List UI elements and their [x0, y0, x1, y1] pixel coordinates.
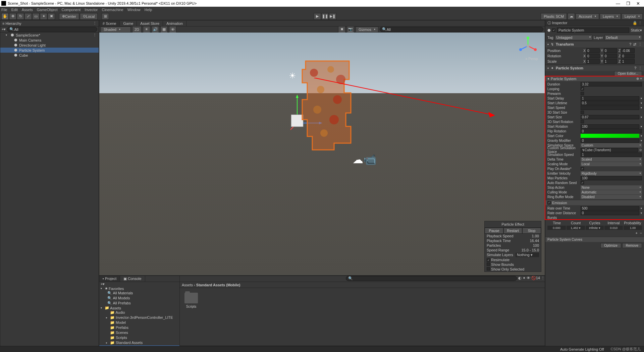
prop-dropdown[interactable]: None: [581, 185, 642, 190]
prop-dropdown[interactable]: Local: [581, 162, 642, 166]
project-tab[interactable]: ▪ Project: [99, 276, 120, 282]
prop-dropdown[interactable]: Disabled: [581, 195, 642, 199]
folder-item[interactable]: 📁 Audio: [99, 310, 179, 315]
project-search[interactable]: 🔍: [346, 276, 517, 281]
remove-button[interactable]: Remove: [622, 243, 642, 248]
folder-item[interactable]: ▸📁 Standard Assets: [99, 340, 179, 345]
cloud-button[interactable]: ☁: [568, 13, 575, 20]
shading-mode[interactable]: Shaded: [101, 26, 131, 33]
color-field[interactable]: [581, 134, 639, 138]
prop-dropdown[interactable]: Custom: [581, 143, 642, 148]
pos-z[interactable]: [621, 48, 635, 53]
scene-menu-icon[interactable]: ⋮: [93, 33, 99, 37]
favorites-header[interactable]: ▾★ Favorites: [99, 286, 179, 291]
burst-cell[interactable]: 0.000: [547, 226, 566, 230]
lighting-status[interactable]: Auto Generate Lighting Off: [560, 347, 604, 351]
prop-dropdown[interactable]: Automatic: [581, 190, 642, 194]
panel-menu-icon[interactable]: ⋮: [541, 276, 545, 282]
close-button[interactable]: ✕: [636, 1, 640, 6]
folder-item[interactable]: 📁 Prefabs: [99, 325, 179, 330]
prop-dropdown[interactable]: Rigidbody: [581, 171, 642, 176]
menu-file[interactable]: File: [1, 8, 7, 12]
asset-grid[interactable]: Scripts: [180, 288, 545, 313]
emission-module-header[interactable]: ✓ Emission: [545, 200, 644, 205]
remove-burst-button[interactable]: −: [640, 231, 642, 235]
filter-icon[interactable]: ◐: [518, 276, 522, 282]
scale-y[interactable]: [604, 59, 617, 64]
rate-over-distance-field[interactable]: 0: [581, 211, 639, 215]
menu-invector[interactable]: Invector: [85, 8, 98, 12]
gizmos-dropdown[interactable]: Gizmos: [356, 26, 378, 33]
scene-tab[interactable]: Game: [120, 21, 137, 26]
prop-checkbox[interactable]: [581, 111, 584, 114]
lock-icon[interactable]: 🔒: [633, 21, 637, 25]
folder-item[interactable]: 📁 Model: [99, 320, 179, 325]
restart-particle-button[interactable]: Restart: [503, 228, 522, 234]
burst-cell[interactable]: 1.00: [624, 226, 642, 230]
scene-tab[interactable]: Animation: [163, 21, 186, 26]
scale-x[interactable]: [586, 59, 600, 64]
simulate-layers-dropdown[interactable]: Nothing ▾: [516, 253, 539, 257]
favorite-item[interactable]: 🔍 All Models: [99, 296, 179, 301]
folder-item[interactable]: ▸📁 Invector-3rdPersonController_LITE: [99, 315, 179, 320]
transform-tool[interactable]: ✦: [40, 13, 47, 20]
prop-checkbox[interactable]: [581, 120, 584, 123]
menu-cinemachine[interactable]: Cinemachine: [102, 8, 123, 12]
step-button[interactable]: ▶❚: [329, 13, 336, 20]
move-tool[interactable]: ✥: [9, 13, 16, 20]
resimulate-checkbox[interactable]: ✓ Resimulate: [487, 258, 509, 262]
hierarchy-item[interactable]: ⬣Cube: [0, 53, 99, 58]
rot-z[interactable]: [621, 54, 635, 58]
panel-menu-icon[interactable]: ⋮: [638, 21, 642, 25]
audio-toggle[interactable]: 🔊: [152, 26, 159, 33]
scene-viewport[interactable]: ☀ ☁📹: [99, 33, 545, 275]
gameobject-name-field[interactable]: Particle System: [557, 27, 629, 33]
folder-item[interactable]: 📁 Scenes: [99, 330, 179, 335]
prop-checkbox[interactable]: ✓: [581, 181, 584, 184]
curves-header[interactable]: Particle System Curves: [545, 237, 644, 242]
help-icon[interactable]: ?: [634, 66, 636, 70]
hierarchy-search[interactable]: 🔍 All: [7, 27, 97, 32]
assets-folder[interactable]: ▾📁 Assets: [99, 306, 179, 310]
prop-checkbox[interactable]: ✓: [581, 87, 584, 91]
prop-field[interactable]: 1: [581, 96, 639, 101]
folder-item-scripts[interactable]: Scripts: [184, 293, 198, 308]
hierarchy-item[interactable]: ⬣Main Camera: [0, 38, 99, 43]
inspector-tab[interactable]: ⓘ Inspector: [547, 20, 567, 25]
add-burst-button[interactable]: +: [635, 231, 637, 235]
prop-field[interactable]: 1: [581, 153, 642, 157]
layer-dropdown[interactable]: Default: [604, 35, 642, 40]
pos-x[interactable]: [586, 48, 600, 53]
hierarchy-tab[interactable]: ≡ Hierarchy: [2, 21, 21, 25]
prop-field[interactable]: 100: [581, 176, 642, 180]
burst-cell[interactable]: 0.010: [604, 226, 623, 230]
pause-button[interactable]: ❚❚: [321, 13, 329, 20]
scale-z[interactable]: [621, 59, 635, 64]
pivot-mode[interactable]: ⊕Center: [59, 13, 79, 20]
rect-tool[interactable]: ▭: [32, 13, 40, 20]
prop-checkbox[interactable]: ✓: [581, 167, 584, 170]
pos-y[interactable]: [604, 48, 617, 53]
minimize-button[interactable]: —: [616, 1, 620, 6]
prop-field[interactable]: [581, 106, 639, 110]
prop-field[interactable]: 3.32: [581, 82, 642, 86]
prop-field[interactable]: 0: [581, 129, 642, 133]
favorite-filter-icon[interactable]: ✦: [523, 276, 526, 282]
stop-particle-button[interactable]: Stop: [522, 228, 541, 234]
plastic-scm-button[interactable]: Plastic SCM: [541, 13, 567, 20]
rotate-tool[interactable]: ↻: [17, 13, 24, 20]
pivot-rotation[interactable]: ⊙Local: [80, 13, 98, 20]
menu-help[interactable]: Help: [145, 8, 152, 12]
favorite-item[interactable]: 🔍 All Materials: [99, 291, 179, 296]
account-dropdown[interactable]: Account: [576, 13, 599, 19]
create-dropdown[interactable]: +▾: [2, 27, 6, 32]
prop-field[interactable]: 180: [581, 124, 639, 129]
scene-tab[interactable]: Asset Store: [137, 21, 163, 26]
orientation-gizmo[interactable]: [518, 36, 538, 56]
custom-tool[interactable]: ✖: [48, 13, 55, 20]
menu-component[interactable]: Component: [61, 8, 80, 12]
show-bounds-checkbox[interactable]: Show Bounds: [487, 262, 514, 267]
object-field[interactable]: ↯Cube (Transform): [581, 148, 638, 152]
hidden-toggle[interactable]: 👁: [169, 26, 176, 33]
play-button[interactable]: ▶: [314, 13, 321, 20]
